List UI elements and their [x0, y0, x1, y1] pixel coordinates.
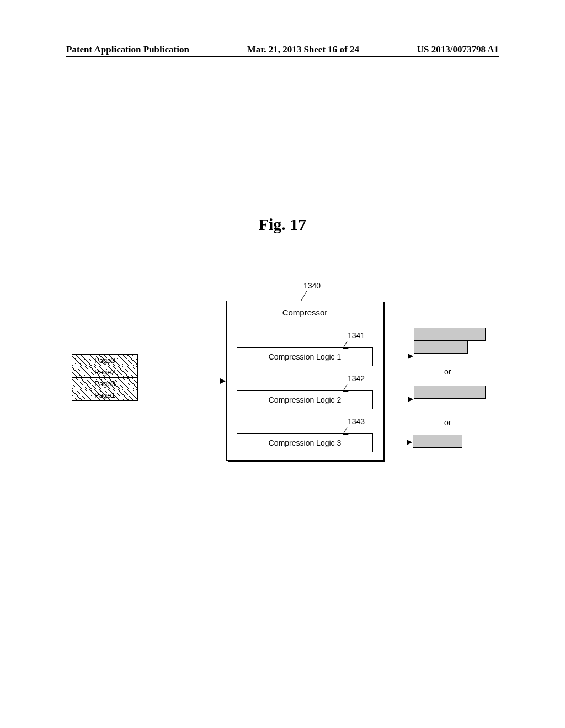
compression-logic-2-block: Compression Logic 2	[237, 390, 373, 409]
arrow-logic1-output	[374, 356, 413, 356]
page-header: Patent Application Publication Mar. 21, …	[66, 44, 499, 57]
output-logic2-stack	[414, 386, 486, 399]
figure-title: Fig. 17	[0, 215, 565, 234]
header-sheet-info: Mar. 21, 2013 Sheet 16 of 24	[247, 44, 359, 55]
or-separator: or	[444, 367, 451, 376]
callout-compressor-ref: 1340	[303, 281, 321, 290]
compression-logic-1-block: Compression Logic 1	[237, 347, 373, 366]
input-page-cell: Page2	[72, 366, 138, 378]
input-pages-stack: Page3 Page2 Page3 Page1	[72, 355, 138, 401]
figure-17-diagram: Page3 Page2 Page3 Page1 1340 Compressor …	[66, 276, 499, 496]
output-logic1-stack	[414, 328, 486, 354]
header-publication-number: US 2013/0073798 A1	[417, 44, 499, 55]
arrow-input-to-compressor	[138, 381, 225, 381]
compressed-output-cell	[413, 435, 462, 448]
patent-page: Patent Application Publication Mar. 21, …	[0, 0, 565, 728]
arrow-logic2-output	[374, 399, 413, 399]
compression-logic-3-block: Compression Logic 3	[237, 433, 373, 452]
callout-logic3-ref: 1343	[348, 417, 365, 426]
or-separator: or	[444, 418, 451, 427]
header-publication-type: Patent Application Publication	[66, 44, 189, 55]
callout-logic1-ref: 1341	[348, 331, 365, 340]
callout-logic2-ref: 1342	[348, 374, 365, 383]
input-page-cell: Page3	[72, 354, 138, 366]
compressor-title: Compressor	[232, 308, 377, 317]
input-page-cell: Page1	[72, 389, 138, 401]
arrow-logic3-output	[374, 442, 412, 442]
output-logic3-stack	[413, 435, 462, 448]
input-page-cell: Page3	[72, 377, 138, 389]
compressed-output-cell	[414, 386, 486, 399]
compressed-output-cell	[414, 340, 468, 354]
compressed-output-cell	[414, 328, 486, 341]
